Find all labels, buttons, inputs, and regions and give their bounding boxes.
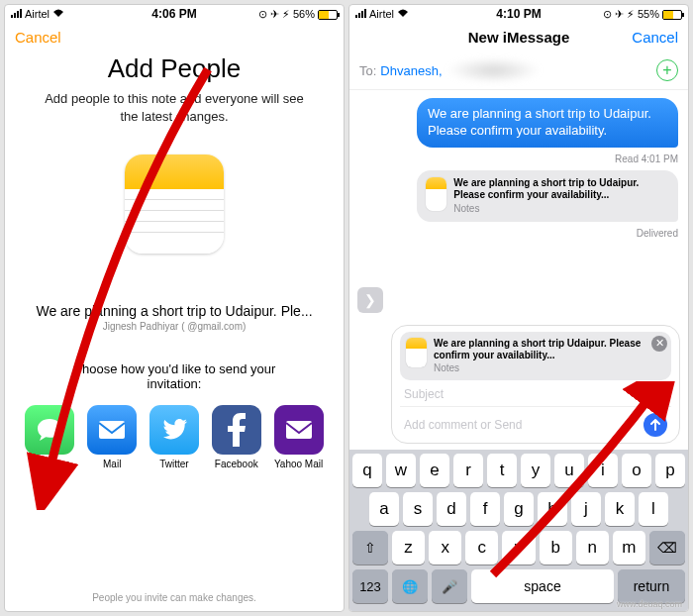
compose-box[interactable]: We are planning a short trip Udaipur. Pl… <box>391 325 680 445</box>
footer-note: People you invite can make changes. <box>92 592 256 603</box>
key-r[interactable]: r <box>453 454 483 487</box>
add-recipient-button[interactable]: + <box>656 59 678 81</box>
watermark: www.deuaq.com <box>617 599 682 609</box>
note-author: Jignesh Padhiyar ( @gmail.com) <box>103 321 247 332</box>
sent-note-attachment[interactable]: We are planning a short trip to Udaipur.… <box>417 170 678 223</box>
key-h[interactable]: h <box>538 492 567 526</box>
redacted-contact <box>446 57 541 83</box>
key-v[interactable]: v <box>502 531 535 565</box>
battery-pct: 55% <box>638 8 659 20</box>
sent-message-bubble[interactable]: We are planning a short trip to Udaipur.… <box>417 98 678 148</box>
share-facebook[interactable]: Facebook <box>212 405 261 469</box>
carrier-label: Airtel <box>369 8 394 20</box>
note-title: We are planning a short trip to Udaipur.… <box>15 303 334 319</box>
to-label: To: <box>359 63 376 78</box>
expand-apps-button[interactable]: ❯ <box>357 287 383 313</box>
key-a[interactable]: a <box>369 492 399 526</box>
key-s[interactable]: s <box>403 492 433 526</box>
recipient-chip[interactable]: Dhvanesh, <box>380 63 442 78</box>
key-w[interactable]: w <box>386 454 416 487</box>
keyboard[interactable]: qwertyuiop asdfghjkl ⇧zxcvbnm⌫ 123🌐🎤spac… <box>349 450 688 611</box>
share-yahoo-mail[interactable]: Yahoo Mail <box>274 405 324 469</box>
notes-thumb-icon <box>406 338 427 367</box>
nav-title: New iMessage <box>349 29 688 46</box>
comment-input[interactable]: Add comment or Send <box>400 407 671 439</box>
key-j[interactable]: j <box>571 492 601 526</box>
compose-attachment[interactable]: We are planning a short trip Udaipur. Pl… <box>400 332 671 381</box>
nav-bar: Cancel <box>5 23 344 51</box>
key-b[interactable]: b <box>540 531 572 565</box>
key-⌫[interactable]: ⌫ <box>649 531 685 565</box>
nav-bar: New iMessage Cancel <box>349 23 688 51</box>
page-title: Add People <box>108 53 241 84</box>
choose-label: Choose how you'd like to send your invit… <box>15 361 334 391</box>
remove-attachment-button[interactable]: ✕ <box>651 336 667 352</box>
key-d[interactable]: d <box>437 492 466 526</box>
key-i[interactable]: i <box>588 454 618 487</box>
read-receipt: Read 4:01 PM <box>615 154 678 164</box>
cancel-button[interactable]: Cancel <box>15 29 61 46</box>
key-l[interactable]: l <box>639 492 668 526</box>
key-q[interactable]: q <box>352 454 382 487</box>
conversation: We are planning a short trip to Udaipur.… <box>349 90 688 319</box>
send-button[interactable] <box>644 413 667 437</box>
status-bar: Airtel 4:10 PM ⊙ ✈︎ ⚡︎ 55% <box>349 5 688 23</box>
battery-pct: 56% <box>293 8 315 20</box>
key-u[interactable]: u <box>554 454 584 487</box>
notes-thumb-icon <box>426 177 446 211</box>
to-field[interactable]: To: Dhvanesh, + <box>349 51 688 90</box>
key-g[interactable]: g <box>504 492 534 526</box>
key-n[interactable]: n <box>576 531 609 565</box>
key-space[interactable]: space <box>471 569 614 603</box>
key-p[interactable]: p <box>655 454 685 487</box>
carrier-label: Airtel <box>25 8 50 20</box>
svg-rect-0 <box>99 421 125 439</box>
status-bar: Airtel 4:06 PM ⊙ ✈︎ ⚡︎ 56% <box>5 5 344 23</box>
key-🎤[interactable]: 🎤 <box>432 569 467 603</box>
key-k[interactable]: k <box>605 492 635 526</box>
key-e[interactable]: e <box>420 454 449 487</box>
key-123[interactable]: 123 <box>352 569 388 603</box>
share-twitter[interactable]: Twitter <box>149 405 199 469</box>
page-subtitle: Add people to this note and everyone wil… <box>15 90 334 125</box>
notes-app-icon <box>125 154 224 254</box>
svg-rect-1 <box>286 421 312 439</box>
subject-input[interactable]: Subject <box>400 380 671 407</box>
key-🌐[interactable]: 🌐 <box>392 569 428 603</box>
key-c[interactable]: c <box>465 531 498 565</box>
key-m[interactable]: m <box>613 531 645 565</box>
phone-right: Airtel 4:10 PM ⊙ ✈︎ ⚡︎ 55% New iMessage … <box>348 4 689 612</box>
share-message[interactable]: Message <box>25 405 74 469</box>
key-⇧[interactable]: ⇧ <box>352 531 388 565</box>
share-apps-row: Message Mail Twitter Facebook Yahoo Mail <box>15 405 334 469</box>
key-t[interactable]: t <box>487 454 517 487</box>
key-f[interactable]: f <box>470 492 500 526</box>
key-y[interactable]: y <box>521 454 550 487</box>
key-o[interactable]: o <box>622 454 651 487</box>
delivered-label: Delivered <box>637 228 678 239</box>
key-x[interactable]: x <box>429 531 461 565</box>
key-z[interactable]: z <box>392 531 425 565</box>
key-return[interactable]: return <box>618 569 685 603</box>
phone-left: Airtel 4:06 PM ⊙ ✈︎ ⚡︎ 56% Cancel Add Pe… <box>4 4 345 612</box>
share-mail[interactable]: Mail <box>87 405 137 469</box>
